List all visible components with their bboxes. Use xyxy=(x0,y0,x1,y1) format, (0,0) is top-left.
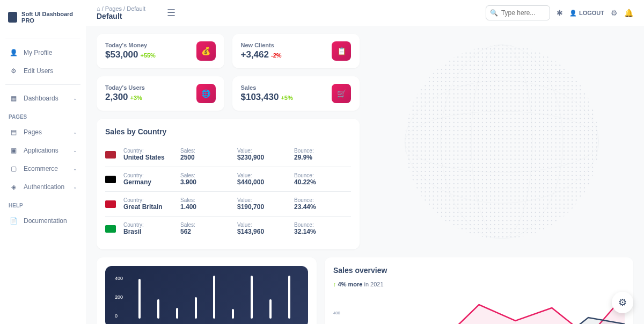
bar xyxy=(288,276,290,319)
apps-icon: ▣ xyxy=(9,146,18,155)
stat-icon: 💰 xyxy=(196,41,216,61)
stat-card-2: Today's Users 2,300+3% 🌐 xyxy=(97,76,224,111)
card-title: Sales by Country xyxy=(105,127,351,136)
stat-icon: 🛒 xyxy=(332,84,351,103)
flag-icon xyxy=(105,176,116,183)
bar xyxy=(213,276,215,319)
globe-visualization xyxy=(370,34,633,249)
sidebar-item-profile[interactable]: 👤 My Profile xyxy=(5,44,80,62)
logo-text: Soft UI Dashboard PRO xyxy=(21,11,78,24)
stat-icon: 🌐 xyxy=(196,84,216,103)
country-row: Country:Brasil Sales:562 Value:$143,960 … xyxy=(105,217,351,241)
svg-point-1 xyxy=(405,45,599,239)
user-icon: 👤 xyxy=(9,48,18,57)
sidebar-item-authentication[interactable]: ◈ Authentication ⌄ xyxy=(5,178,80,196)
bar xyxy=(176,308,178,319)
sidebar-item-dashboards[interactable]: ▦ Dashboards ⌄ xyxy=(5,89,80,107)
flag-icon xyxy=(105,225,116,233)
chevron-down-icon: ⌄ xyxy=(73,148,77,153)
auth-icon: ◈ xyxy=(9,182,18,192)
bar xyxy=(232,309,234,319)
logo-icon xyxy=(8,12,17,23)
chevron-down-icon: ⌄ xyxy=(73,96,77,101)
stat-icon: 📋 xyxy=(332,41,351,61)
sidebar-item-pages[interactable]: ▤ Pages ⌄ xyxy=(5,123,80,141)
search-icon: 🔍 xyxy=(490,9,498,17)
user-icon: 👤 xyxy=(569,10,577,17)
line-chart: 0100200300400500 xyxy=(333,298,625,324)
menu-toggle-icon[interactable]: ☰ xyxy=(167,7,175,19)
settings-icon[interactable]: ✱ xyxy=(557,9,563,17)
sales-overview-subtitle: ↑ 4% more in 2021 xyxy=(333,281,625,287)
gear-icon[interactable]: ⚙ xyxy=(611,9,618,17)
sidebar-item-edit-users[interactable]: ⚙ Edit Users xyxy=(5,62,80,80)
country-row: Country:Great Britain Sales:1.400 Value:… xyxy=(105,192,351,217)
chevron-down-icon: ⌄ xyxy=(73,184,77,190)
bar-chart: 4002000 xyxy=(105,266,308,324)
topbar: ⌂ / Pages / Default Default ☰ 🔍 ✱ 👤 LOGO… xyxy=(86,0,644,26)
bar xyxy=(138,279,141,319)
country-row: Country:United States Sales:2500 Value:$… xyxy=(105,142,351,167)
search-box: 🔍 xyxy=(486,5,550,20)
flag-icon xyxy=(105,200,116,208)
breadcrumb-pages[interactable]: Pages xyxy=(105,5,122,12)
sidebar: Soft UI Dashboard PRO 👤 My Profile ⚙ Edi… xyxy=(0,0,86,324)
active-users-card: 4002000 Active Users (+23%) than last we… xyxy=(97,257,317,324)
svg-text:500: 500 xyxy=(333,298,341,299)
stat-card-0: Today's Money $53,000+55% 💰 xyxy=(97,34,224,68)
stat-card-3: Sales $103,430+5% 🛒 xyxy=(232,76,360,111)
bar xyxy=(251,276,253,319)
doc-icon: 📄 xyxy=(9,216,18,226)
gear-icon: ⚙ xyxy=(9,66,18,76)
bar xyxy=(157,299,159,319)
section-pages: PAGES xyxy=(5,107,80,123)
flag-icon xyxy=(105,151,116,159)
sidebar-item-documentation[interactable]: 📄 Documentation xyxy=(5,212,80,230)
settings-fab[interactable]: ⚙ xyxy=(612,292,633,313)
ecommerce-icon: ▢ xyxy=(9,164,18,174)
bar xyxy=(195,297,197,319)
breadcrumb-current: Default xyxy=(127,5,145,12)
chevron-down-icon: ⌄ xyxy=(73,129,77,135)
country-row: Country:Germany Sales:3.900 Value:$440,0… xyxy=(105,167,351,192)
section-help: HELP xyxy=(5,196,80,212)
sales-by-country-card: Sales by Country Country:United States S… xyxy=(97,119,360,249)
svg-text:400: 400 xyxy=(333,311,341,315)
breadcrumb: ⌂ / Pages / Default xyxy=(97,5,145,12)
dashboard-icon: ▦ xyxy=(9,93,18,103)
sales-overview-title: Sales overview xyxy=(333,266,625,275)
arrow-up-icon: ↑ xyxy=(333,281,336,287)
logo[interactable]: Soft UI Dashboard PRO xyxy=(5,8,80,26)
sidebar-item-ecommerce[interactable]: ▢ Ecommerce ⌄ xyxy=(5,160,80,178)
stat-card-1: New Clients +3,462-2% 📋 xyxy=(232,34,360,68)
pages-icon: ▤ xyxy=(9,127,18,137)
svg-marker-12 xyxy=(333,298,625,324)
home-icon[interactable]: ⌂ xyxy=(97,5,100,12)
logout-link[interactable]: 👤 LOGOUT xyxy=(569,10,604,17)
sales-overview-card: Sales overview ↑ 4% more in 2021 0100200… xyxy=(325,257,633,324)
page-title: Default xyxy=(97,12,145,20)
bell-icon[interactable]: 🔔 xyxy=(624,9,633,17)
sidebar-item-applications[interactable]: ▣ Applications ⌄ xyxy=(5,141,80,160)
bar xyxy=(269,299,272,319)
chevron-down-icon: ⌄ xyxy=(73,166,77,171)
gear-icon: ⚙ xyxy=(618,297,627,308)
